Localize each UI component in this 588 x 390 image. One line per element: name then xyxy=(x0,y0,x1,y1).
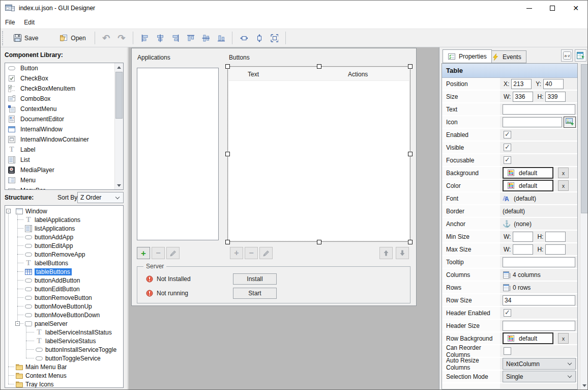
applications-label[interactable]: Applications xyxy=(137,54,170,61)
align-top-button[interactable] xyxy=(183,31,198,45)
selection-handle[interactable] xyxy=(225,152,230,156)
size-w-field[interactable] xyxy=(513,92,533,102)
sort-az-button[interactable]: a·z xyxy=(561,49,573,62)
row-size-field[interactable] xyxy=(503,295,575,305)
component-item-mediaplayer[interactable]: MediaPlayer xyxy=(5,165,115,175)
tree-item-main-menu-bar[interactable]: Main Menu Bar xyxy=(5,363,123,371)
component-item-button[interactable]: Button xyxy=(5,63,115,73)
selection-mode-select[interactable]: Single xyxy=(503,371,576,382)
buttons-table-edit-button[interactable] xyxy=(259,247,273,259)
align-middle-vertical-button[interactable] xyxy=(198,31,213,45)
properties-scrollbar-thumb[interactable] xyxy=(581,64,588,213)
selection-handle[interactable] xyxy=(225,64,230,69)
component-item-menu[interactable]: Menu xyxy=(5,175,115,185)
expand-both-button[interactable] xyxy=(267,31,282,45)
tree-item-context-menus[interactable]: Context Menus xyxy=(5,371,123,380)
background-color-button[interactable]: default xyxy=(503,167,553,179)
tree-item-buttontoggleservice[interactable]: buttonToggleService xyxy=(5,354,123,363)
size-h-field[interactable] xyxy=(545,92,566,102)
applications-add-button[interactable]: + xyxy=(137,247,150,259)
maximize-button[interactable] xyxy=(541,1,564,16)
can-reorder-columns-checkbox[interactable] xyxy=(504,347,511,355)
buttons-table-move-down-button[interactable] xyxy=(396,247,409,259)
component-item-documenteditor[interactable]: DocumentEditor xyxy=(5,114,115,124)
tree-item-labelserviceinstallstatus[interactable]: TlabelServiceInstallStatus xyxy=(5,328,123,337)
row-background-color-button[interactable]: default xyxy=(503,332,553,344)
max-size-h-field[interactable] xyxy=(545,244,566,255)
redo-button[interactable]: ↷ xyxy=(114,31,129,45)
component-item-checkbox[interactable]: CheckBox xyxy=(5,73,115,83)
color-clear-button[interactable]: x xyxy=(558,180,569,191)
scrollbar-thumb[interactable] xyxy=(115,72,123,119)
tree-expander-icon[interactable]: - xyxy=(6,209,11,213)
expand-vertical-button[interactable] xyxy=(251,31,267,45)
properties-scrollbar[interactable] xyxy=(580,63,588,389)
position-y-field[interactable] xyxy=(543,79,564,89)
toolbar-gripper[interactable] xyxy=(2,31,4,45)
scroll-down-button[interactable] xyxy=(115,181,123,189)
export-button[interactable] xyxy=(575,49,586,62)
selection-handle[interactable] xyxy=(408,240,413,244)
selection-handle[interactable] xyxy=(408,64,413,69)
visible-checkbox[interactable] xyxy=(504,144,511,151)
component-item-contextmenu[interactable]: ContextMenu xyxy=(5,104,115,114)
position-x-field[interactable] xyxy=(511,79,532,89)
component-item-label[interactable]: TLabel xyxy=(5,145,115,155)
align-bottom-button[interactable] xyxy=(213,31,228,45)
buttons-table-move-up-button[interactable] xyxy=(379,247,393,259)
minimize-button[interactable] xyxy=(517,1,541,16)
align-center-horizontal-button[interactable] xyxy=(152,31,167,45)
buttons-table-add-button[interactable]: + xyxy=(230,247,243,259)
tooltip-field[interactable] xyxy=(503,257,575,267)
selection-handle[interactable] xyxy=(317,240,321,244)
choose-icon-button[interactable] xyxy=(564,117,576,128)
applications-remove-button[interactable]: − xyxy=(152,247,165,259)
applications-listbox[interactable] xyxy=(137,68,219,240)
text-field[interactable] xyxy=(503,104,575,115)
component-item-menubar[interactable]: MenuBar xyxy=(5,185,115,190)
save-button[interactable]: Save xyxy=(8,31,43,45)
auto-resize-columns-select[interactable]: NextColumn xyxy=(503,358,576,370)
tab-events[interactable]: Events xyxy=(486,50,526,63)
buttons-label[interactable]: Buttons xyxy=(229,54,250,61)
close-button[interactable]: ✕ xyxy=(564,1,587,16)
applications-edit-button[interactable] xyxy=(166,247,180,259)
max-size-w-field[interactable] xyxy=(513,244,533,255)
component-item-internalwindow[interactable]: InternalWindow xyxy=(5,124,115,134)
header-enabled-checkbox[interactable] xyxy=(504,309,511,317)
selection-handle[interactable] xyxy=(317,64,321,69)
menu-item-file[interactable]: File xyxy=(1,16,19,29)
component-list-scrollbar[interactable] xyxy=(114,63,123,189)
selection-handle[interactable] xyxy=(225,240,230,244)
component-item-internalwindowcontainer[interactable]: InternalWindowContainer xyxy=(5,134,115,145)
install-button[interactable]: Install xyxy=(233,273,277,285)
component-item-combobox[interactable]: ComboBox xyxy=(5,94,115,104)
background-clear-button[interactable]: x xyxy=(558,168,569,178)
enabled-checkbox[interactable] xyxy=(504,131,511,138)
selection-handle[interactable] xyxy=(408,152,413,156)
icon-field[interactable] xyxy=(503,117,562,127)
min-size-w-field[interactable] xyxy=(513,232,533,242)
expand-horizontal-button[interactable] xyxy=(236,31,251,45)
tree-item-window[interactable]: Window xyxy=(5,207,123,215)
min-size-h-field[interactable] xyxy=(545,232,566,242)
start-button[interactable]: Start xyxy=(233,288,277,299)
component-item-list[interactable]: List xyxy=(5,155,115,165)
align-left-button[interactable] xyxy=(137,31,152,45)
tree-item-buttoninstallservicetoggle[interactable]: buttonInstallServiceToggle xyxy=(5,345,123,354)
scroll-up-button[interactable] xyxy=(115,63,123,71)
buttons-table[interactable]: TextActions xyxy=(229,68,409,240)
menu-item-edit[interactable]: Edit xyxy=(19,16,39,29)
tab-properties[interactable]: Properties xyxy=(443,49,492,63)
component-item-checkboxmenuitem[interactable]: CheckBoxMenuItem xyxy=(5,83,115,94)
undo-button[interactable]: ↶ xyxy=(99,31,114,45)
focusable-checkbox[interactable] xyxy=(504,156,511,164)
align-right-button[interactable] xyxy=(167,31,183,45)
server-groupbox[interactable]: Server Not InstalledInstallNot runningSt… xyxy=(137,266,410,303)
tree-item-tray-icons[interactable]: Tray Icons xyxy=(5,380,123,388)
row-background-clear-button[interactable]: x xyxy=(558,333,569,344)
header-size-field[interactable] xyxy=(503,321,575,331)
color-color-button[interactable]: default xyxy=(503,180,553,191)
properties-scroll-down-button[interactable] xyxy=(580,381,588,389)
design-canvas[interactable]: Applications Buttons TextActions +−+− Se… xyxy=(131,48,417,306)
